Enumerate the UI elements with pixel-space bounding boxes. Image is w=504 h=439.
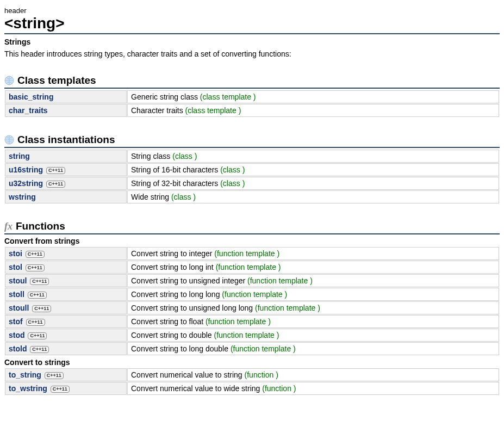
desc-text: Convert numerical value to wide string	[131, 384, 262, 393]
table-functions: to_string C++11Convert numerical value t…	[4, 368, 500, 395]
cpp11-badge-icon: C++11	[30, 278, 49, 285]
reference-link[interactable]: stod	[9, 331, 25, 339]
type-tag: (class template )	[200, 92, 256, 101]
name-cell: stol C++11	[5, 261, 127, 274]
section-class-templates: Class templates basic_stringGeneric stri…	[4, 75, 500, 118]
cpp11-badge-icon: C++11	[46, 167, 65, 174]
cpp11-badge-icon: C++11	[26, 251, 45, 258]
cpp11-badge-icon: C++11	[51, 386, 70, 393]
reference-link[interactable]: stof	[9, 317, 23, 326]
desc-text: Convert string to long long	[131, 290, 222, 299]
name-cell: string	[5, 150, 127, 163]
desc-text: Convert numerical value to string	[131, 370, 245, 379]
cpp11-badge-icon: C++11	[26, 264, 45, 271]
type-tag: (function template )	[214, 331, 279, 339]
table-row: stoi C++11Convert string to integer (fun…	[5, 247, 499, 260]
desc-cell: Convert string to long int (function tem…	[127, 261, 499, 274]
reference-link[interactable]: to_wstring	[9, 384, 47, 393]
desc-cell: String of 16-bit characters (class )	[127, 163, 499, 176]
type-tag: (function template )	[247, 276, 313, 285]
type-tag: (class )	[220, 179, 245, 188]
table-class-templates: basic_stringGeneric string class (class …	[4, 90, 500, 118]
subsection-title: Convert from strings	[4, 237, 500, 245]
reference-link[interactable]: stoi	[9, 249, 22, 258]
desc-text: Character traits	[131, 106, 185, 115]
reference-link[interactable]: to_string	[9, 370, 41, 379]
reference-link[interactable]: wstring	[9, 193, 36, 201]
table-functions: stoi C++11Convert string to integer (fun…	[4, 246, 500, 356]
desc-text: Convert string to double	[131, 331, 214, 339]
reference-link[interactable]: stoull	[9, 304, 29, 312]
cpp11-badge-icon: C++11	[28, 292, 47, 299]
cpp11-badge-icon: C++11	[45, 372, 64, 379]
desc-cell: Convert string to unsigned integer (func…	[127, 274, 499, 287]
name-cell: wstring	[5, 190, 127, 203]
table-row: stoull C++11Convert string to unsigned l…	[5, 301, 499, 314]
type-tag: (class )	[220, 165, 245, 174]
desc-text: String of 32-bit characters	[131, 179, 220, 188]
desc-cell: Generic string class (class template )	[127, 90, 499, 103]
fx-icon: fx	[4, 221, 13, 232]
type-tag: (function )	[262, 384, 296, 393]
desc-cell: Convert string to long long (function te…	[127, 288, 499, 301]
desc-cell: Convert string to float (function templa…	[127, 315, 499, 328]
globe-icon	[4, 135, 14, 145]
name-cell: to_wstring C++11	[5, 382, 127, 395]
desc-cell: String of 32-bit characters (class )	[127, 177, 499, 190]
overline-label: header	[4, 7, 500, 15]
table-row: to_string C++11Convert numerical value t…	[5, 368, 499, 381]
desc-cell: Convert numerical value to string (funct…	[127, 368, 499, 381]
name-cell: stof C++11	[5, 315, 127, 328]
desc-text: Convert string to unsigned integer	[131, 276, 247, 285]
table-row: char_traitsCharacter traits (class templ…	[5, 104, 499, 117]
globe-icon	[4, 76, 14, 85]
desc-text: Convert string to float	[131, 317, 206, 326]
table-row: stringString class (class )	[5, 150, 499, 163]
section-class-instantiations: Class instantiations stringString class …	[4, 134, 500, 204]
type-tag: (function template )	[231, 344, 296, 353]
type-tag: (class template )	[185, 106, 241, 115]
type-tag: (function template )	[255, 304, 320, 312]
name-cell: char_traits	[5, 104, 127, 117]
name-cell: stod C++11	[5, 329, 127, 342]
name-cell: basic_string	[5, 90, 127, 103]
section-title-text: Class instantiations	[17, 134, 115, 146]
reference-link[interactable]: char_traits	[9, 106, 48, 115]
table-row: stoll C++11Convert string to long long (…	[5, 288, 499, 301]
name-cell: stoi C++11	[5, 247, 127, 260]
table-row: stoul C++11Convert string to unsigned in…	[5, 274, 499, 287]
table-row: stof C++11Convert string to float (funct…	[5, 315, 499, 328]
table-row: stol C++11Convert string to long int (fu…	[5, 261, 499, 274]
table-class-instantiations: stringString class (class )u16string C++…	[4, 149, 500, 204]
reference-link[interactable]: stoul	[9, 276, 27, 285]
reference-link[interactable]: stold	[9, 344, 27, 353]
section-title-functions: fx Functions	[4, 220, 500, 234]
cpp11-badge-icon: C++11	[30, 346, 49, 353]
section-title-text: Functions	[16, 220, 65, 232]
table-row: basic_stringGeneric string class (class …	[5, 90, 499, 103]
type-tag: (function template )	[216, 263, 281, 271]
cpp11-badge-icon: C++11	[28, 332, 47, 339]
reference-link[interactable]: stoll	[9, 290, 24, 299]
name-cell: stoul C++11	[5, 274, 127, 287]
name-cell: stoll C++11	[5, 288, 127, 301]
reference-link[interactable]: u32string	[9, 179, 43, 188]
desc-text: String class	[131, 152, 172, 160]
name-cell: u16string C++11	[5, 163, 127, 176]
desc-text: Convert string to long double	[131, 344, 231, 353]
name-cell: u32string C++11	[5, 177, 127, 190]
table-row: stod C++11Convert string to double (func…	[5, 329, 499, 342]
type-tag: (class )	[172, 152, 197, 160]
reference-link[interactable]: string	[9, 152, 30, 160]
type-tag: (function template )	[222, 290, 287, 299]
desc-cell: Convert string to long double (function …	[127, 342, 499, 355]
desc-text: Convert string to integer	[131, 249, 214, 258]
reference-link[interactable]: stol	[9, 263, 22, 271]
table-row: u32string C++11String of 32-bit characte…	[5, 177, 499, 190]
desc-cell: Wide string (class )	[127, 190, 499, 203]
section-title-text: Class templates	[17, 75, 96, 86]
type-tag: (function template )	[214, 249, 279, 258]
subheader: Strings	[4, 38, 500, 46]
reference-link[interactable]: basic_string	[9, 92, 53, 101]
reference-link[interactable]: u16string	[9, 165, 43, 174]
